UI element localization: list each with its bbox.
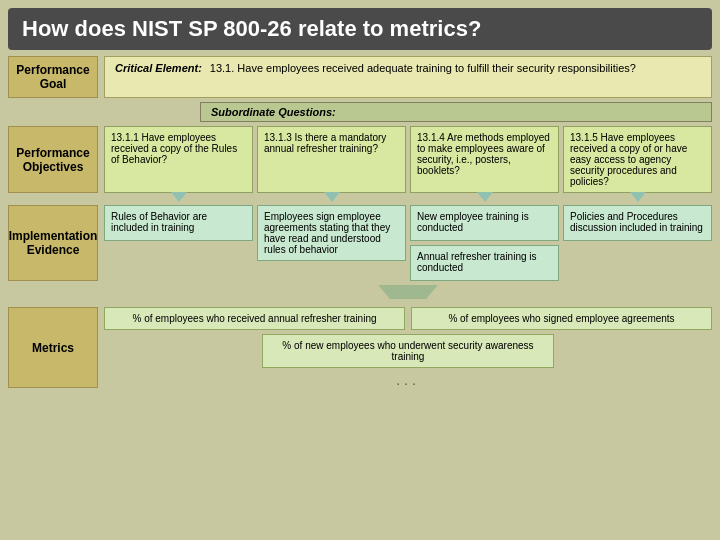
page: How does NIST SP 800-26 relate to metric… xyxy=(0,0,720,540)
metrics-dots: ... xyxy=(396,372,420,388)
evidence-4-1: Policies and Procedures discussion inclu… xyxy=(563,205,712,241)
subordinate-questions-bar: Subordinate Questions: xyxy=(200,102,712,122)
metric-2: % of employees who signed employee agree… xyxy=(411,307,712,330)
evidence-col-2: Employees sign employee agreements stati… xyxy=(257,205,406,281)
critical-element-text: 13.1. Have employees received adequate t… xyxy=(210,62,636,74)
metrics-content: % of employees who received annual refre… xyxy=(104,307,712,388)
implementation-evidence-label: Implementation Evidence xyxy=(8,205,98,281)
evidence-2-1: Employees sign employee agreements stati… xyxy=(257,205,406,261)
performance-objectives-label: Performance Objectives xyxy=(8,126,98,193)
objective-3: 13.1.4 Are methods employed to make empl… xyxy=(410,126,559,193)
arrow-to-metrics xyxy=(104,285,712,299)
metrics-row: Metrics % of employees who received annu… xyxy=(8,307,712,388)
performance-goal-label: Performance Goal xyxy=(8,56,98,98)
evidence-col-1: Rules of Behavior are included in traini… xyxy=(104,205,253,281)
metric-3: % of new employees who underwent securit… xyxy=(262,334,554,368)
goal-row: Performance Goal Critical Element: 13.1.… xyxy=(8,56,712,98)
metric-1: % of employees who received annual refre… xyxy=(104,307,405,330)
objectives-row: Performance Objectives 13.1.1 Have emplo… xyxy=(8,126,712,193)
metrics-row-1: % of employees who received annual refre… xyxy=(104,307,712,330)
metrics-row-2: % of new employees who underwent securit… xyxy=(104,334,712,368)
evidence-col-4: Policies and Procedures discussion inclu… xyxy=(563,205,712,281)
metrics-row-3: ... xyxy=(104,372,712,388)
objective-2: 13.1.3 Is there a mandatory annual refre… xyxy=(257,126,406,193)
evidence-3-2: Annual refresher training is conducted xyxy=(410,245,559,281)
page-title: How does NIST SP 800-26 relate to metric… xyxy=(8,8,712,50)
metrics-label: Metrics xyxy=(8,307,98,388)
objective-4: 13.1.5 Have employees received a copy of… xyxy=(563,126,712,193)
evidence-1-1: Rules of Behavior are included in traini… xyxy=(104,205,253,241)
critical-element-label: Critical Element: xyxy=(115,62,202,74)
objective-1: 13.1.1 Have employees received a copy of… xyxy=(104,126,253,193)
main-content: Performance Goal Critical Element: 13.1.… xyxy=(8,56,712,532)
evidence-col-3: New employee training is conducted Annua… xyxy=(410,205,559,281)
objectives-grid: 13.1.1 Have employees received a copy of… xyxy=(104,126,712,193)
evidence-grid: Rules of Behavior are included in traini… xyxy=(104,205,712,281)
arrow-shape xyxy=(378,285,438,299)
critical-element-box: Critical Element: 13.1. Have employees r… xyxy=(104,56,712,98)
evidence-3-1: New employee training is conducted xyxy=(410,205,559,241)
evidence-row: Implementation Evidence Rules of Behavio… xyxy=(8,205,712,281)
